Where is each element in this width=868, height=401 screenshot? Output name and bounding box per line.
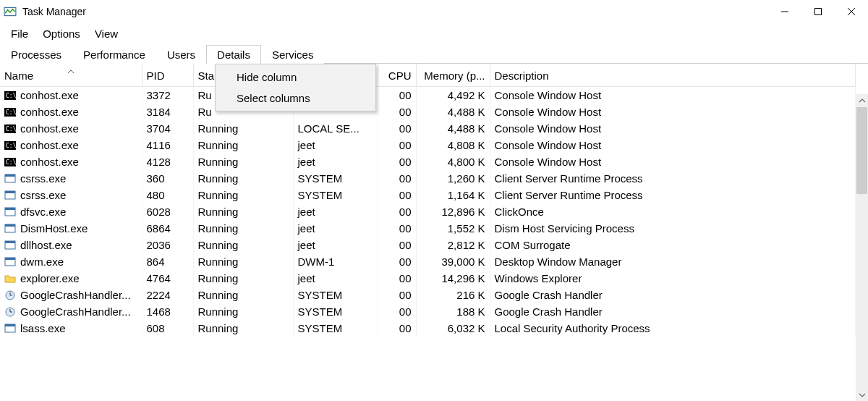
minimize-button[interactable] (768, 0, 801, 23)
scrollbar-vertical[interactable] (856, 94, 868, 401)
process-cpu: 00 (378, 320, 416, 337)
tab-processes[interactable]: Processes (0, 45, 72, 64)
process-description: Local Security Authority Process (490, 320, 856, 337)
table-row[interactable]: DismHost.exe6864Runningjeet001,552 KDism… (0, 220, 856, 237)
process-memory: 39,000 K (416, 253, 490, 270)
table-row[interactable]: C:\conhost.exe3184Ru004,488 KConsole Win… (0, 104, 856, 120)
process-description: Desktop Window Manager (490, 253, 856, 270)
svg-rect-26 (5, 258, 15, 260)
process-status: Running (193, 237, 293, 253)
process-icon (4, 256, 16, 268)
process-name: explorer.exe (20, 272, 80, 284)
process-user: jeet (293, 220, 378, 237)
process-memory: 216 K (416, 287, 490, 303)
tab-performance[interactable]: Performance (72, 45, 156, 64)
process-user: jeet (293, 137, 378, 153)
table-row[interactable]: C:\conhost.exe4116Runningjeet004,808 KCo… (0, 137, 856, 153)
process-name: csrss.exe (20, 172, 66, 185)
table-row[interactable]: dfsvc.exe6028Runningjeet0012,896 KClickO… (0, 203, 856, 220)
scroll-down-icon[interactable] (856, 389, 868, 401)
tab-users[interactable]: Users (156, 45, 206, 64)
process-memory: 4,488 K (416, 120, 490, 137)
process-cpu: 00 (378, 104, 416, 120)
process-icon: C:\ (4, 106, 16, 118)
col-name-label: Name (4, 69, 33, 82)
process-memory: 1,164 K (416, 187, 490, 203)
process-user: jeet (293, 203, 378, 220)
table-row[interactable]: explorer.exe4764Runningjeet0014,296 KWin… (0, 270, 856, 287)
process-cpu: 00 (378, 253, 416, 270)
maximize-button[interactable] (801, 0, 835, 23)
process-name: GoogleCrashHandler... (20, 305, 131, 318)
table-row[interactable]: C:\conhost.exe3372Ru004,492 KConsole Win… (0, 87, 856, 104)
table-row[interactable]: csrss.exe360RunningSYSTEM001,260 KClient… (0, 170, 856, 187)
ctx-hide-column[interactable]: Hide column (218, 67, 373, 88)
col-name[interactable]: Name (0, 64, 142, 87)
process-icon (4, 173, 16, 185)
table-row[interactable]: lsass.exe608RunningSYSTEM006,032 KLocal … (0, 320, 856, 337)
process-icon: C:\ (4, 90, 16, 101)
process-status: Running (193, 320, 293, 337)
process-status: Running (193, 270, 293, 287)
tab-details[interactable]: Details (206, 45, 261, 64)
process-cpu: 00 (378, 187, 416, 203)
titlebar[interactable]: Task Manager (0, 0, 868, 23)
process-description: COM Surrogate (490, 237, 856, 253)
table-row[interactable]: dllhost.exe2036Runningjeet002,812 KCOM S… (0, 237, 856, 253)
process-pid: 3372 (142, 87, 193, 104)
process-name: conhost.exe (20, 106, 79, 118)
menu-view[interactable]: View (88, 26, 124, 41)
table-row[interactable]: C:\conhost.exe4128Runningjeet004,800 KCo… (0, 153, 856, 170)
process-memory: 4,808 K (416, 137, 490, 153)
process-description: Dism Host Servicing Process (490, 220, 856, 237)
process-status: Running (193, 137, 293, 153)
table-row[interactable]: GoogleCrashHandler...2224RunningSYSTEM00… (0, 287, 856, 303)
process-user: SYSTEM (293, 320, 378, 337)
process-pid: 480 (142, 187, 193, 203)
process-description: Console Window Host (490, 137, 856, 153)
table-header-row: Name PID Sta CPU Memory (p... Descriptio… (0, 64, 856, 87)
process-description: Console Window Host (490, 87, 856, 104)
close-button[interactable] (835, 0, 868, 23)
process-name: lsass.exe (20, 322, 66, 334)
col-pid[interactable]: PID (142, 64, 193, 87)
process-name: dllhost.exe (20, 239, 72, 251)
col-cpu[interactable]: CPU (378, 64, 416, 87)
process-cpu: 00 (378, 137, 416, 153)
process-pid: 864 (142, 253, 193, 270)
process-memory: 2,812 K (416, 237, 490, 253)
process-pid: 4116 (142, 137, 193, 153)
process-name: conhost.exe (20, 122, 79, 135)
svg-text:C:\: C:\ (6, 126, 16, 132)
table-row[interactable]: dwm.exe864RunningDWM-10039,000 KDesktop … (0, 253, 856, 270)
tab-services[interactable]: Services (261, 45, 325, 64)
scroll-up-icon[interactable] (856, 94, 868, 106)
process-status: Running (193, 287, 293, 303)
col-description[interactable]: Description (490, 64, 856, 87)
process-name: dfsvc.exe (20, 206, 66, 218)
process-memory: 6,032 K (416, 320, 490, 337)
table-row[interactable]: C:\conhost.exe3704RunningLOCAL SE...004,… (0, 120, 856, 137)
process-user: SYSTEM (293, 170, 378, 187)
svg-rect-20 (5, 208, 15, 210)
process-icon (4, 190, 16, 201)
ctx-select-columns[interactable]: Select columns (218, 88, 373, 109)
menu-file[interactable]: File (4, 26, 35, 41)
process-description: Client Server Runtime Process (490, 170, 856, 187)
process-icon (4, 223, 16, 235)
process-pid: 6028 (142, 203, 193, 220)
process-cpu: 00 (378, 203, 416, 220)
process-cpu: 00 (378, 153, 416, 170)
sort-ascending-icon (67, 64, 75, 76)
process-user: SYSTEM (293, 303, 378, 320)
col-memory[interactable]: Memory (p... (416, 64, 490, 87)
svg-rect-18 (5, 191, 15, 193)
scrollbar-thumb[interactable] (856, 107, 867, 194)
process-icon (4, 273, 16, 284)
process-memory: 14,296 K (416, 270, 490, 287)
process-pid: 608 (142, 320, 193, 337)
menu-options[interactable]: Options (36, 26, 87, 41)
process-icon (4, 306, 16, 318)
table-row[interactable]: GoogleCrashHandler...1468RunningSYSTEM00… (0, 303, 856, 320)
table-row[interactable]: csrss.exe480RunningSYSTEM001,164 KClient… (0, 187, 856, 203)
